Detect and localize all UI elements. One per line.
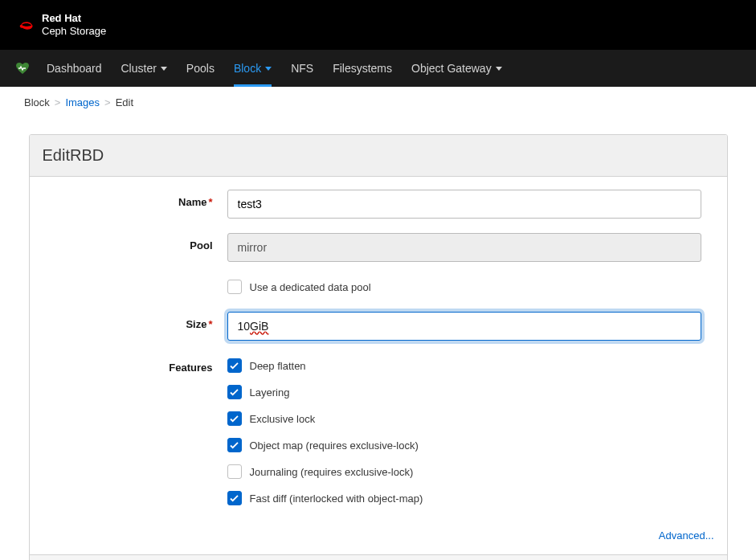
feature-checkbox-4[interactable]: [227, 464, 242, 479]
feature-checkbox-3[interactable]: [227, 438, 242, 452]
feature-checkbox-5[interactable]: [227, 491, 242, 505]
breadcrumb-block: Block: [24, 96, 50, 108]
nav-label: Object Gateway: [411, 62, 492, 75]
brand-header: Red Hat Ceph Storage: [0, 0, 756, 50]
health-icon[interactable]: [16, 63, 29, 74]
feature-label-2[interactable]: Exclusive lock: [250, 413, 316, 425]
panel-footer: EditRBD Cancel: [30, 554, 727, 560]
redhat-icon: [19, 19, 35, 31]
chevron-down-icon: [161, 67, 167, 71]
brand-logo[interactable]: Red Hat Ceph Storage: [19, 12, 106, 37]
breadcrumb-separator: >: [50, 96, 66, 108]
feature-checkbox-0[interactable]: [227, 358, 242, 373]
pool-label: Pool: [43, 233, 227, 251]
breadcrumb-edit: Edit: [116, 96, 133, 108]
nav-item-block[interactable]: Block: [224, 50, 281, 87]
brand-text: Red Hat Ceph Storage: [42, 12, 106, 37]
nav-item-cluster[interactable]: Cluster: [112, 50, 177, 87]
nav-label: Filesystems: [333, 62, 392, 75]
nav-item-pools[interactable]: Pools: [177, 50, 224, 87]
breadcrumb: Block>Images>Edit: [0, 87, 756, 118]
nav-label: Pools: [186, 62, 215, 75]
panel-body: Name* Pool: [30, 177, 727, 554]
nav-label: Block: [234, 62, 261, 75]
chevron-down-icon: [265, 67, 272, 71]
feature-label-3[interactable]: Object map (requires exclusive-lock): [250, 439, 419, 452]
feature-label-5[interactable]: Fast diff (interlocked with object-map): [250, 493, 423, 505]
chevron-down-icon: [496, 67, 502, 71]
edit-rbd-panel: EditRBD Name* Pool: [29, 134, 728, 560]
nav-item-dashboard[interactable]: Dashboard: [37, 50, 112, 87]
feature-checkbox-1[interactable]: [227, 385, 242, 399]
dedicated-pool-checkbox[interactable]: [227, 280, 242, 294]
breadcrumb-images[interactable]: Images: [65, 96, 100, 108]
breadcrumb-separator: >: [100, 96, 116, 108]
dedicated-pool-label[interactable]: Use a dedicated data pool: [250, 281, 371, 293]
main-nav: DashboardClusterPoolsBlockNFSFilesystems…: [0, 50, 756, 87]
feature-label-1[interactable]: Layering: [250, 386, 290, 399]
panel-title: EditRBD: [30, 135, 727, 177]
size-input[interactable]: 10 GiB: [227, 312, 701, 341]
nav-label: NFS: [291, 62, 313, 75]
feature-checkbox-2[interactable]: [227, 411, 242, 426]
feature-label-4[interactable]: Journaling (requires exclusive-lock): [250, 466, 414, 478]
size-label: Size*: [43, 312, 227, 330]
name-input[interactable]: [227, 190, 701, 219]
nav-item-object-gateway[interactable]: Object Gateway: [402, 50, 512, 87]
advanced-link[interactable]: Advanced...: [659, 529, 714, 542]
name-label: Name*: [43, 190, 227, 208]
nav-item-nfs[interactable]: NFS: [281, 50, 323, 87]
nav-item-filesystems[interactable]: Filesystems: [323, 50, 402, 87]
features-label: Features: [43, 355, 227, 374]
nav-label: Cluster: [121, 62, 157, 75]
pool-input: [227, 233, 701, 262]
feature-label-0[interactable]: Deep flatten: [250, 360, 306, 372]
nav-label: Dashboard: [47, 62, 102, 75]
